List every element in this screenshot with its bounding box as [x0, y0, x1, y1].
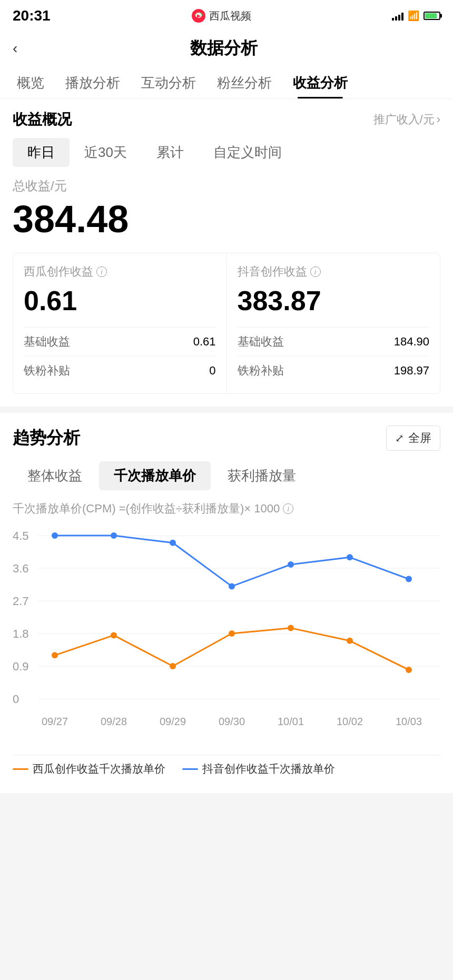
svg-point-35 — [406, 667, 412, 673]
douyin-row-1: 铁粉补贴 198.97 — [238, 356, 430, 385]
svg-point-31 — [170, 663, 176, 669]
time-tab-30days[interactable]: 近30天 — [70, 138, 142, 167]
svg-point-30 — [111, 632, 117, 639]
svg-point-26 — [288, 561, 294, 568]
fullscreen-button[interactable]: ⤢ 全屏 — [386, 425, 440, 451]
legend-douyin-line — [182, 768, 198, 770]
metric-tab-cpm[interactable]: 千次播放单价 — [99, 461, 211, 490]
signal-bars-icon — [392, 11, 403, 21]
time-tabs: 昨日 近30天 累计 自定义时间 — [0, 138, 453, 177]
page-title: 数据分析 — [28, 37, 419, 60]
metric-tab-overall[interactable]: 整体收益 — [13, 461, 97, 490]
svg-point-23 — [111, 532, 117, 539]
svg-point-28 — [406, 576, 412, 582]
svg-text:4.5: 4.5 — [13, 529, 29, 542]
fullscreen-icon: ⤢ — [395, 432, 404, 444]
trend-section: 趋势分析 ⤢ 全屏 整体收益 千次播放单价 获利播放量 千次播放单价(CPM) … — [0, 413, 453, 793]
xigua-row-1: 铁粉补贴 0 — [24, 356, 216, 385]
status-time: 20:31 — [13, 7, 51, 24]
svg-text:3.6: 3.6 — [13, 562, 29, 575]
svg-point-34 — [347, 638, 353, 644]
legend-douyin: 抖音创作收益千次播放单价 — [182, 761, 335, 776]
svg-text:1.8: 1.8 — [13, 627, 29, 640]
card-overview-title: 收益概况 — [13, 110, 72, 130]
card-overview-link[interactable]: 推广收入/元 › — [373, 112, 440, 127]
metric-tabs: 整体收益 千次播放单价 获利播放量 — [13, 461, 440, 490]
watermelon-logo-icon: ▶ — [191, 8, 206, 23]
svg-text:09/27: 09/27 — [42, 716, 68, 727]
legend-xigua: 西瓜创作收益千次播放单价 — [13, 761, 165, 776]
chart-container: 4.5 3.6 2.7 1.8 0.9 0 09/27 09/28 09/29 … — [13, 525, 440, 746]
stats-grid: 西瓜创作收益 i 0.61 基础收益 0.61 铁粉补贴 0 抖音创作收益 i … — [13, 253, 440, 394]
xigua-col: 西瓜创作收益 i 0.61 基础收益 0.61 铁粉补贴 0 — [13, 253, 226, 393]
svg-point-32 — [229, 630, 235, 637]
svg-text:10/03: 10/03 — [396, 716, 422, 727]
battery-icon — [424, 12, 440, 20]
douyin-value: 383.87 — [238, 285, 430, 316]
tab-playback[interactable]: 播放分析 — [55, 67, 131, 98]
bottom-spacer — [0, 793, 453, 814]
svg-text:09/29: 09/29 — [160, 716, 186, 727]
total-revenue-value: 384.48 — [13, 199, 440, 240]
legend-xigua-label: 西瓜创作收益千次播放单价 — [33, 761, 165, 776]
svg-point-25 — [229, 583, 235, 590]
cpm-formula: 千次播放单价(CPM) =(创作收益÷获利播放量)× 1000 i — [13, 501, 440, 517]
time-tab-custom[interactable]: 自定义时间 — [199, 138, 297, 167]
xigua-label: 西瓜创作收益 i — [24, 264, 216, 280]
svg-text:09/28: 09/28 — [101, 716, 127, 727]
xigua-info-icon[interactable]: i — [96, 266, 107, 277]
cpm-info-icon[interactable]: i — [283, 503, 293, 514]
svg-point-33 — [288, 625, 294, 631]
wifi-icon: 📶 — [408, 10, 419, 22]
status-app: ▶ 西瓜视频 — [191, 8, 251, 23]
card-overview-header: 收益概况 推广收入/元 › — [0, 99, 453, 138]
metric-tab-plays[interactable]: 获利播放量 — [213, 461, 311, 490]
trend-title: 趋势分析 — [13, 427, 80, 450]
back-button[interactable]: ‹ — [13, 40, 28, 57]
svg-text:09/30: 09/30 — [219, 716, 245, 727]
svg-text:10/01: 10/01 — [278, 716, 304, 727]
chart-legend: 西瓜创作收益千次播放单价 抖音创作收益千次播放单价 — [13, 755, 440, 783]
svg-point-29 — [52, 652, 58, 658]
svg-text:0: 0 — [13, 692, 19, 706]
douyin-info-icon[interactable]: i — [310, 266, 321, 277]
time-tab-total[interactable]: 累计 — [142, 138, 199, 167]
header: ‹ 数据分析 — [0, 29, 453, 67]
legend-xigua-line — [13, 768, 28, 770]
xigua-row-0: 基础收益 0.61 — [24, 327, 216, 356]
svg-point-24 — [170, 540, 176, 546]
nav-tabs: 概览 播放分析 互动分析 粉丝分析 收益分析 — [0, 67, 453, 99]
trend-header: 趋势分析 ⤢ 全屏 — [13, 425, 440, 451]
svg-point-27 — [347, 554, 353, 560]
tab-overview[interactable]: 概览 — [6, 67, 55, 98]
tab-interaction[interactable]: 互动分析 — [131, 67, 206, 98]
legend-douyin-label: 抖音创作收益千次播放单价 — [202, 761, 335, 776]
douyin-row-0: 基础收益 184.90 — [238, 327, 430, 356]
tab-fans[interactable]: 粉丝分析 — [206, 67, 282, 98]
total-revenue-label: 总收益/元 — [13, 177, 440, 194]
douyin-col: 抖音创作收益 i 383.87 基础收益 184.90 铁粉补贴 198.97 — [227, 253, 440, 393]
svg-text:10/02: 10/02 — [337, 716, 363, 727]
chevron-right-icon: › — [437, 113, 440, 126]
svg-text:▶: ▶ — [196, 13, 200, 18]
tab-revenue[interactable]: 收益分析 — [282, 67, 358, 98]
svg-point-22 — [52, 532, 58, 539]
status-icons: 📶 — [392, 10, 440, 22]
trend-chart: 4.5 3.6 2.7 1.8 0.9 0 09/27 09/28 09/29 … — [13, 525, 440, 746]
svg-text:2.7: 2.7 — [13, 595, 29, 608]
douyin-label: 抖音创作收益 i — [238, 264, 430, 280]
status-bar: 20:31 ▶ 西瓜视频 📶 — [0, 0, 453, 29]
stats-section: 总收益/元 384.48 西瓜创作收益 i 0.61 基础收益 0.61 铁粉补… — [0, 177, 453, 407]
time-tab-yesterday[interactable]: 昨日 — [13, 138, 70, 167]
xigua-value: 0.61 — [24, 285, 216, 316]
status-app-name: 西瓜视频 — [209, 9, 251, 23]
svg-text:0.9: 0.9 — [13, 660, 29, 673]
